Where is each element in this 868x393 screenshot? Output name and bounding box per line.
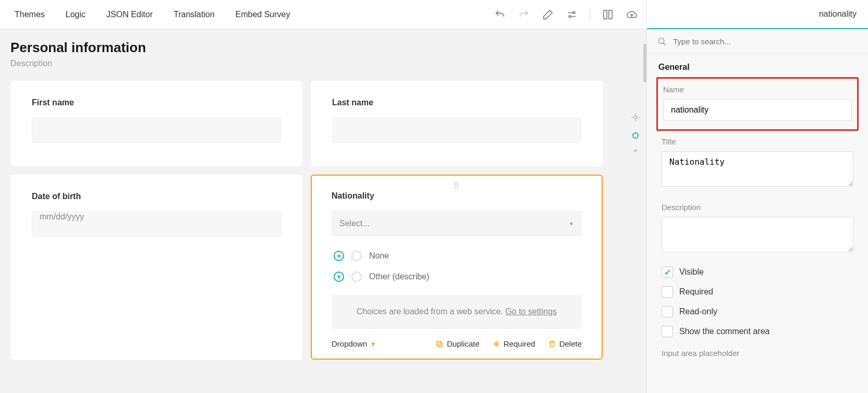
add-choice-icon[interactable]: + (334, 251, 344, 261)
add-choice-icon[interactable]: + (334, 272, 344, 282)
radio-icon[interactable] (351, 251, 362, 261)
date-input[interactable]: mm/dd/yyyy (32, 212, 281, 237)
field-name-group: Name (656, 77, 859, 131)
field-placeholder-label: Input area placeholder (656, 341, 859, 358)
tab-themes[interactable]: Themes (4, 1, 55, 29)
checkbox-comment-row: Show the comment area (656, 322, 859, 341)
top-toolbar: Themes Logic JSON Editor Translation Emb… (0, 0, 646, 29)
choice-row-other: + Other (describe) (332, 266, 582, 287)
svg-point-1 (569, 15, 571, 17)
svg-point-5 (658, 38, 664, 44)
checkbox-readonly[interactable] (662, 306, 673, 317)
question-type-selector[interactable]: Dropdown ▼ (332, 339, 376, 348)
svg-point-4 (634, 116, 637, 119)
question-label: Date of birth (32, 192, 281, 201)
question-label: Nationality (332, 191, 582, 201)
drag-handle-icon[interactable] (453, 181, 461, 191)
toolbar-separator (590, 7, 590, 22)
search-icon (657, 37, 667, 46)
undo-icon[interactable] (494, 8, 506, 21)
text-input[interactable] (32, 118, 281, 143)
checkbox-readonly-label: Read-only (679, 307, 717, 316)
field-description-group: Description (656, 197, 859, 262)
checkbox-readonly-row: Read-only (656, 302, 859, 322)
design-canvas[interactable]: Personal information Description First n… (0, 29, 646, 393)
cloud-upload-icon[interactable] (626, 8, 638, 21)
field-name-input[interactable] (663, 99, 852, 121)
section-general-title[interactable]: General (647, 54, 868, 77)
choice-label[interactable]: None (369, 251, 389, 261)
locate-icon[interactable] (631, 113, 640, 122)
field-title-label: Title (662, 137, 853, 146)
book-icon[interactable] (602, 8, 614, 21)
text-input[interactable] (332, 118, 581, 143)
page-nav-dots (631, 113, 640, 152)
delete-label: Delete (559, 339, 582, 348)
duplicate-button[interactable]: Duplicate (435, 339, 480, 348)
page-title[interactable]: Personal information (10, 40, 636, 56)
question-label: Last name (332, 98, 581, 107)
required-button[interactable]: Required (492, 339, 535, 348)
scrollbar-indicator (643, 44, 646, 82)
svg-point-0 (573, 11, 575, 14)
caret-down-icon: ▼ (569, 221, 574, 227)
field-title-group: Title (656, 131, 859, 197)
dropdown-preview[interactable]: Select... ▼ (332, 211, 582, 236)
checkbox-visible-row: Visible (656, 262, 859, 282)
checkbox-visible-label: Visible (679, 267, 704, 277)
duplicate-label: Duplicate (447, 339, 480, 348)
tab-translation[interactable]: Translation (163, 1, 225, 29)
checkbox-comment[interactable] (662, 326, 673, 337)
checkbox-required-label: Required (679, 287, 713, 297)
required-label: Required (504, 339, 535, 348)
choices-info-box: Choices are loaded from a web service. G… (332, 294, 582, 329)
choice-label[interactable]: Other (describe) (369, 272, 430, 281)
checkbox-required-row: Required (656, 282, 859, 302)
choice-row-none: + None (332, 245, 582, 266)
panel-header-title: nationality (819, 9, 857, 19)
search-input[interactable] (673, 37, 858, 46)
question-nationality[interactable]: Nationality Select... ▼ + None + Other (… (311, 175, 603, 360)
question-label: First name (32, 98, 281, 107)
svg-rect-3 (437, 341, 441, 345)
caret-down-icon: ▼ (370, 341, 376, 347)
dropdown-placeholder: Select... (339, 219, 370, 228)
tab-logic[interactable]: Logic (55, 1, 96, 29)
question-type-label: Dropdown (332, 339, 367, 348)
field-title-input[interactable] (662, 151, 853, 187)
properties-panel: nationality General Name Title Descripti… (646, 0, 868, 393)
question-last-name[interactable]: Last name (311, 81, 603, 166)
field-name-label: Name (663, 85, 852, 94)
redo-icon[interactable] (518, 8, 530, 21)
panel-search (647, 29, 868, 54)
svg-rect-2 (438, 342, 443, 347)
go-to-settings-link[interactable]: Go to settings (505, 307, 557, 316)
checkbox-comment-label: Show the comment area (679, 327, 769, 336)
tab-embed-survey[interactable]: Embed Survey (225, 1, 301, 29)
settings-sliders-icon[interactable] (566, 8, 578, 21)
question-date-of-birth[interactable]: Date of birth mm/dd/yyyy (10, 175, 302, 360)
page-description[interactable]: Description (10, 59, 636, 68)
page-dot-active[interactable] (632, 132, 639, 139)
field-description-input[interactable] (662, 217, 853, 252)
eraser-icon[interactable] (542, 8, 554, 21)
checkbox-visible[interactable] (662, 266, 673, 278)
info-text: Choices are loaded from a web service. (357, 307, 505, 316)
delete-button[interactable]: Delete (548, 339, 582, 348)
field-description-label: Description (662, 203, 853, 212)
tab-json-editor[interactable]: JSON Editor (96, 1, 163, 29)
panel-header: nationality (647, 0, 868, 29)
page-dot[interactable] (634, 149, 637, 152)
checkbox-required[interactable] (662, 286, 673, 298)
radio-icon[interactable] (351, 272, 362, 282)
question-first-name[interactable]: First name (10, 81, 302, 166)
